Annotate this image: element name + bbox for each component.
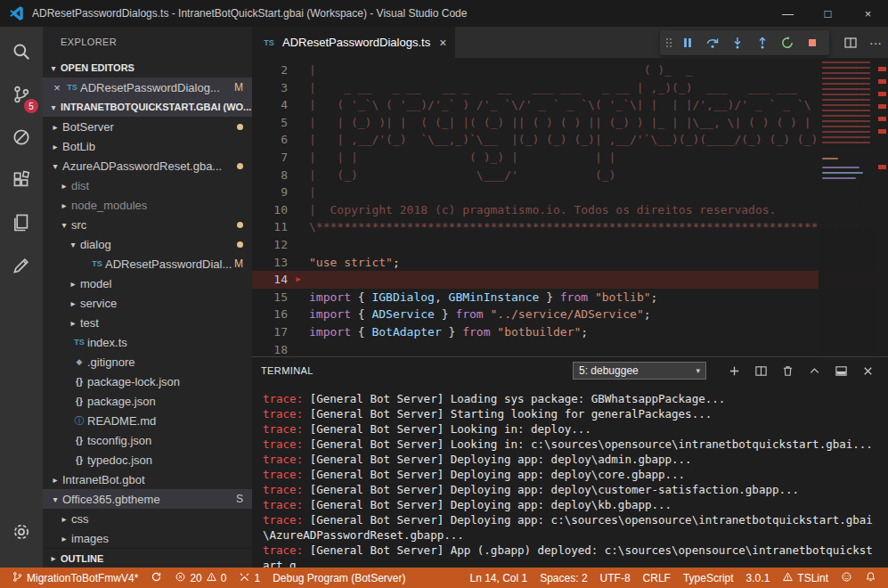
maximize-panel-button[interactable] <box>802 359 826 382</box>
toggle-panel-position-button[interactable] <box>829 359 852 382</box>
open-editors-header[interactable]: ▾ OPEN EDITORS <box>43 58 252 78</box>
tasks-indicator[interactable]: 1 <box>232 568 266 588</box>
new-terminal-button[interactable] <box>722 359 745 382</box>
activity-extensions[interactable] <box>0 160 43 203</box>
split-terminal-button[interactable] <box>749 359 772 382</box>
typescript-version[interactable]: 3.0.1 <box>740 568 777 588</box>
chevron-down-icon[interactable]: ▾ <box>66 240 80 249</box>
tree-item[interactable]: ▾dialog <box>43 234 252 254</box>
code-line-16[interactable]: 16import { ADService } from "../service/… <box>252 306 888 323</box>
sync-button[interactable] <box>144 568 168 588</box>
code-line-5[interactable]: 5| | (_) )| | ( (_| |( (_) || ( ) ( ) ||… <box>252 114 888 132</box>
code-line-2[interactable]: 2| ( )_ _ | <box>252 61 888 79</box>
git-branch-indicator[interactable]: MigrationToBotFmwV4* <box>5 568 144 588</box>
code-line-13[interactable]: 13"use strict"; <box>252 254 888 272</box>
chevron-down-icon[interactable]: ▾ <box>57 220 71 230</box>
split-editor-button[interactable] <box>838 27 863 58</box>
tree-item[interactable]: ◆.gitignore <box>43 352 252 372</box>
tree-item[interactable]: ▸service <box>43 293 252 313</box>
tree-item[interactable]: ▸node_modules <box>43 195 252 215</box>
open-editor-item[interactable]: × TS ADResetPasswordDialog... M <box>43 78 252 97</box>
activity-files[interactable] <box>0 203 43 246</box>
close-icon[interactable]: × <box>439 36 446 50</box>
activity-source-control[interactable]: 5 <box>0 75 43 118</box>
chevron-right-icon[interactable]: ▸ <box>57 534 71 543</box>
tree-item[interactable]: ▸BotLib <box>43 136 252 156</box>
code-editor[interactable]: 2| ( )_ _ |3| _ __ _ __ __ _ __ ___ ___ … <box>252 58 888 356</box>
code-line-7[interactable]: 7| | | ( )_) | | | | <box>252 149 888 167</box>
tab-terminal[interactable]: TERMINAL <box>261 365 314 376</box>
close-icon[interactable]: × <box>50 81 64 94</box>
tree-item[interactable]: {}typedoc.json <box>43 450 252 470</box>
tree-item[interactable]: ▸images <box>43 528 252 548</box>
tree-item[interactable]: {}package.json <box>43 391 252 411</box>
encoding-indicator[interactable]: UTF-8 <box>594 568 637 588</box>
debug-step-out-button[interactable] <box>751 32 774 53</box>
code-line-15[interactable]: 15import { IGBDialog, GBMinInstance } fr… <box>252 289 888 306</box>
terminal-selector[interactable]: 5: debuggee ▾ <box>573 362 706 380</box>
tree-item[interactable]: ⓘREADME.md <box>43 411 252 430</box>
tree-item[interactable]: ▾src <box>43 215 252 234</box>
chevron-right-icon[interactable]: ▸ <box>57 514 71 524</box>
cursor-position[interactable]: Ln 14, Col 1 <box>463 568 534 588</box>
language-indicator[interactable]: TypeScript <box>677 568 740 588</box>
tree-item[interactable]: ▾AzureADPasswordReset.gba... <box>43 156 252 176</box>
notifications-button[interactable] <box>859 568 883 588</box>
more-actions-button[interactable]: ··· <box>863 27 888 58</box>
code-line-11[interactable]: 11\*************************************… <box>252 218 888 236</box>
debug-pause-button[interactable] <box>676 32 699 53</box>
code-line-17[interactable]: 17import { BotAdapter } from "botbuilder… <box>252 323 888 341</box>
close-panel-button[interactable] <box>856 359 879 382</box>
tslint-status[interactable]: TSLint <box>776 568 835 588</box>
tree-item[interactable]: ▾Office365.gbthemeS <box>43 489 252 509</box>
tree-item[interactable]: ▸css <box>43 509 252 528</box>
debug-step-into-button[interactable] <box>726 32 749 53</box>
chevron-right-icon[interactable]: ▸ <box>57 200 71 210</box>
activity-edit[interactable] <box>0 246 43 289</box>
code-line-9[interactable]: 9| | <box>252 184 888 201</box>
problems-indicator[interactable]: 20 0 <box>168 568 232 588</box>
code-line-12[interactable]: 12 <box>252 236 888 254</box>
indentation-indicator[interactable]: Spaces: 2 <box>534 568 593 588</box>
tree-item[interactable]: ▸BotServer <box>43 117 252 136</box>
minimize-button[interactable]: — <box>768 0 808 27</box>
code-line-10[interactable]: 10| Copyright 2018 (c) pragmatismo.io. T… <box>252 201 888 219</box>
outline-header[interactable]: ▸ OUTLINE <box>43 548 252 568</box>
code-line-14[interactable]: 14▶ <box>252 271 888 289</box>
chevron-down-icon[interactable]: ▾ <box>48 161 62 171</box>
code-line-6[interactable]: 6| | ,__/'(_) `\__,_)`\__ |(_) (_) (_)| … <box>252 131 888 149</box>
activity-debug[interactable] <box>0 118 43 160</box>
code-line-18[interactable]: 18 <box>252 341 888 357</box>
chevron-right-icon[interactable]: ▸ <box>66 279 80 289</box>
manage-button[interactable] <box>0 512 43 555</box>
debug-stop-button[interactable] <box>801 32 824 53</box>
workspace-header[interactable]: ▾ INTRANETBOTQUICKSTART.GBAI (WO... <box>43 97 252 117</box>
tree-item[interactable]: ▸IntranetBot.gbot <box>43 470 252 489</box>
debug-restart-button[interactable] <box>776 32 799 53</box>
eol-indicator[interactable]: CRLF <box>637 568 677 588</box>
drag-grip-icon[interactable] <box>665 36 672 50</box>
minimap[interactable] <box>819 58 876 356</box>
debug-status[interactable]: Debug Program (BotServer) <box>266 568 411 588</box>
tab-adresetpassworddialogs[interactable]: TS ADResetPasswordDialogs.ts × <box>252 27 455 58</box>
chevron-right-icon[interactable]: ▸ <box>48 142 62 151</box>
chevron-down-icon[interactable]: ▾ <box>48 494 62 504</box>
tree-item[interactable]: ▸test <box>43 313 252 332</box>
code-line-3[interactable]: 3| _ __ _ __ __ _ __ ___ ___ _ __ | ,_)(… <box>252 79 888 97</box>
code-line-8[interactable]: 8| (_) \___/' (_) | <box>252 167 888 184</box>
close-button[interactable]: × <box>848 0 888 27</box>
chevron-right-icon[interactable]: ▸ <box>57 181 71 191</box>
tree-item[interactable]: {}tsconfig.json <box>43 430 252 450</box>
feedback-button[interactable] <box>835 568 859 588</box>
chevron-right-icon[interactable]: ▸ <box>66 318 80 328</box>
tree-item[interactable]: ▸model <box>43 274 252 293</box>
tree-item[interactable]: ▸dist <box>43 176 252 195</box>
code-line-4[interactable]: 4| ( '_`\ ( '__)/'_` ) /'_ `\/' _ ` _ `\… <box>252 96 888 114</box>
chevron-right-icon[interactable]: ▸ <box>48 475 62 485</box>
tree-item[interactable]: TSADResetPasswordDial...M <box>43 254 252 274</box>
tree-item[interactable]: {}package-lock.json <box>43 372 252 391</box>
debug-step-over-button[interactable] <box>701 32 724 53</box>
maximize-button[interactable]: □ <box>808 0 848 27</box>
terminal-output[interactable]: trace: [General Bot Server] Loading sys … <box>252 384 888 568</box>
activity-search[interactable] <box>0 32 43 75</box>
